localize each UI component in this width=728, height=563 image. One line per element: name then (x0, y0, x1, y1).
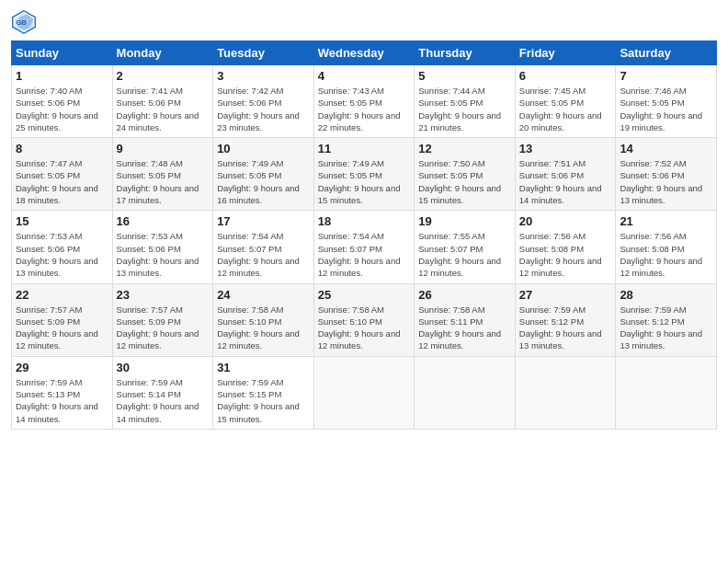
calendar-cell: 1Sunrise: 7:40 AMSunset: 5:06 PMDaylight… (12, 65, 113, 138)
cell-info: Sunrise: 7:54 AMSunset: 5:07 PMDaylight:… (217, 231, 300, 278)
week-row-4: 22Sunrise: 7:57 AMSunset: 5:09 PMDayligh… (12, 283, 717, 356)
cell-info: Sunrise: 7:45 AMSunset: 5:05 PMDaylight:… (519, 86, 602, 132)
day-number: 7 (620, 69, 712, 83)
cell-info: Sunrise: 7:42 AMSunset: 5:06 PMDaylight:… (217, 86, 300, 132)
cell-info: Sunrise: 7:48 AMSunset: 5:05 PMDaylight:… (117, 158, 199, 205)
day-number: 15 (16, 214, 108, 228)
cell-info: Sunrise: 7:58 AMSunset: 5:11 PMDaylight:… (418, 304, 501, 351)
calendar-cell: 7Sunrise: 7:46 AMSunset: 5:05 PMDaylight… (616, 65, 717, 138)
calendar-cell: 24Sunrise: 7:58 AMSunset: 5:10 PMDayligh… (213, 283, 314, 356)
calendar-cell: 31Sunrise: 7:59 AMSunset: 5:15 PMDayligh… (213, 356, 314, 429)
cell-info: Sunrise: 7:57 AMSunset: 5:09 PMDaylight:… (16, 304, 98, 351)
logo: GB (11, 9, 40, 35)
cell-info: Sunrise: 7:40 AMSunset: 5:06 PMDaylight:… (16, 86, 98, 132)
cell-info: Sunrise: 7:51 AMSunset: 5:06 PMDaylight:… (519, 158, 602, 205)
cell-info: Sunrise: 7:57 AMSunset: 5:09 PMDaylight:… (117, 304, 199, 351)
svg-text:GB: GB (16, 18, 27, 27)
cell-info: Sunrise: 7:53 AMSunset: 5:06 PMDaylight:… (117, 231, 199, 278)
day-number: 16 (117, 214, 210, 228)
day-number: 10 (217, 142, 310, 155)
calendar-cell: 22Sunrise: 7:57 AMSunset: 5:09 PMDayligh… (12, 283, 113, 356)
cell-info: Sunrise: 7:59 AMSunset: 5:13 PMDaylight:… (16, 377, 98, 424)
calendar-cell: 16Sunrise: 7:53 AMSunset: 5:06 PMDayligh… (112, 211, 213, 283)
cell-info: Sunrise: 7:59 AMSunset: 5:12 PMDaylight:… (519, 304, 602, 351)
calendar-cell (415, 356, 516, 429)
day-number: 19 (418, 214, 511, 228)
calendar-cell: 4Sunrise: 7:43 AMSunset: 5:05 PMDaylight… (313, 65, 415, 138)
cell-info: Sunrise: 7:43 AMSunset: 5:05 PMDaylight:… (318, 86, 401, 132)
calendar-cell: 11Sunrise: 7:49 AMSunset: 5:05 PMDayligh… (313, 138, 415, 211)
calendar-cell (313, 356, 415, 429)
calendar-cell: 25Sunrise: 7:58 AMSunset: 5:10 PMDayligh… (313, 283, 415, 356)
calendar-cell: 10Sunrise: 7:49 AMSunset: 5:05 PMDayligh… (213, 138, 314, 211)
day-number: 21 (620, 214, 712, 228)
cell-info: Sunrise: 7:49 AMSunset: 5:05 PMDaylight:… (217, 158, 300, 205)
cell-info: Sunrise: 7:59 AMSunset: 5:15 PMDaylight:… (217, 377, 300, 424)
cell-info: Sunrise: 7:56 AMSunset: 5:08 PMDaylight:… (620, 231, 702, 278)
day-number: 17 (217, 214, 310, 228)
calendar-cell: 3Sunrise: 7:42 AMSunset: 5:06 PMDaylight… (213, 65, 314, 138)
week-row-2: 8Sunrise: 7:47 AMSunset: 5:05 PMDaylight… (12, 138, 717, 211)
calendar-cell: 30Sunrise: 7:59 AMSunset: 5:14 PMDayligh… (112, 356, 213, 429)
cell-info: Sunrise: 7:49 AMSunset: 5:05 PMDaylight:… (318, 158, 401, 205)
day-number: 2 (117, 69, 210, 83)
day-number: 23 (117, 288, 210, 302)
calendar-cell (616, 356, 717, 429)
day-number: 27 (519, 288, 612, 302)
cell-info: Sunrise: 7:58 AMSunset: 5:10 PMDaylight:… (318, 304, 401, 351)
calendar-cell: 5Sunrise: 7:44 AMSunset: 5:05 PMDaylight… (415, 65, 516, 138)
cell-info: Sunrise: 7:59 AMSunset: 5:12 PMDaylight:… (620, 304, 702, 351)
day-number: 25 (318, 288, 411, 302)
header-row: GB (11, 9, 717, 35)
day-number: 22 (16, 288, 108, 302)
weekday-header-saturday: Saturday (616, 41, 717, 65)
day-number: 18 (318, 214, 411, 228)
calendar-cell: 12Sunrise: 7:50 AMSunset: 5:05 PMDayligh… (415, 138, 516, 211)
day-number: 9 (117, 142, 210, 155)
weekday-header-monday: Monday (112, 41, 213, 65)
day-number: 14 (620, 142, 712, 155)
day-number: 24 (217, 288, 310, 302)
cell-info: Sunrise: 7:53 AMSunset: 5:06 PMDaylight:… (16, 231, 98, 278)
day-number: 12 (418, 142, 511, 155)
week-row-1: 1Sunrise: 7:40 AMSunset: 5:06 PMDaylight… (12, 65, 717, 138)
weekday-header-friday: Friday (515, 41, 616, 65)
calendar-cell: 27Sunrise: 7:59 AMSunset: 5:12 PMDayligh… (515, 283, 616, 356)
week-row-3: 15Sunrise: 7:53 AMSunset: 5:06 PMDayligh… (12, 211, 717, 283)
cell-info: Sunrise: 7:56 AMSunset: 5:08 PMDaylight:… (519, 231, 602, 278)
calendar-cell: 23Sunrise: 7:57 AMSunset: 5:09 PMDayligh… (112, 283, 213, 356)
day-number: 26 (418, 288, 511, 302)
day-number: 6 (519, 69, 612, 83)
calendar-cell: 29Sunrise: 7:59 AMSunset: 5:13 PMDayligh… (12, 356, 113, 429)
calendar-cell: 20Sunrise: 7:56 AMSunset: 5:08 PMDayligh… (515, 211, 616, 283)
day-number: 13 (519, 142, 612, 155)
calendar-cell: 9Sunrise: 7:48 AMSunset: 5:05 PMDaylight… (112, 138, 213, 211)
calendar-cell: 21Sunrise: 7:56 AMSunset: 5:08 PMDayligh… (616, 211, 717, 283)
weekday-header-wednesday: Wednesday (313, 41, 415, 65)
cell-info: Sunrise: 7:52 AMSunset: 5:06 PMDaylight:… (620, 158, 702, 205)
calendar-cell: 28Sunrise: 7:59 AMSunset: 5:12 PMDayligh… (616, 283, 717, 356)
calendar-table: SundayMondayTuesdayWednesdayThursdayFrid… (11, 40, 717, 430)
calendar-cell: 17Sunrise: 7:54 AMSunset: 5:07 PMDayligh… (213, 211, 314, 283)
calendar-cell: 15Sunrise: 7:53 AMSunset: 5:06 PMDayligh… (12, 211, 113, 283)
cell-info: Sunrise: 7:55 AMSunset: 5:07 PMDaylight:… (418, 231, 501, 278)
cell-info: Sunrise: 7:50 AMSunset: 5:05 PMDaylight:… (418, 158, 501, 205)
weekday-header-tuesday: Tuesday (213, 41, 314, 65)
calendar-cell (515, 356, 616, 429)
calendar-cell: 14Sunrise: 7:52 AMSunset: 5:06 PMDayligh… (616, 138, 717, 211)
calendar-cell: 2Sunrise: 7:41 AMSunset: 5:06 PMDaylight… (112, 65, 213, 138)
calendar-cell: 8Sunrise: 7:47 AMSunset: 5:05 PMDaylight… (12, 138, 113, 211)
day-number: 3 (217, 69, 310, 83)
week-row-5: 29Sunrise: 7:59 AMSunset: 5:13 PMDayligh… (12, 356, 717, 429)
day-number: 28 (620, 288, 712, 302)
calendar-cell: 6Sunrise: 7:45 AMSunset: 5:05 PMDaylight… (515, 65, 616, 138)
day-number: 11 (318, 142, 411, 155)
cell-info: Sunrise: 7:47 AMSunset: 5:05 PMDaylight:… (16, 158, 98, 205)
calendar-cell: 26Sunrise: 7:58 AMSunset: 5:11 PMDayligh… (415, 283, 516, 356)
day-number: 29 (16, 361, 108, 374)
cell-info: Sunrise: 7:54 AMSunset: 5:07 PMDaylight:… (318, 231, 401, 278)
day-number: 5 (418, 69, 511, 83)
day-number: 1 (16, 69, 108, 83)
weekday-header-sunday: Sunday (12, 41, 113, 65)
day-number: 31 (217, 361, 310, 374)
